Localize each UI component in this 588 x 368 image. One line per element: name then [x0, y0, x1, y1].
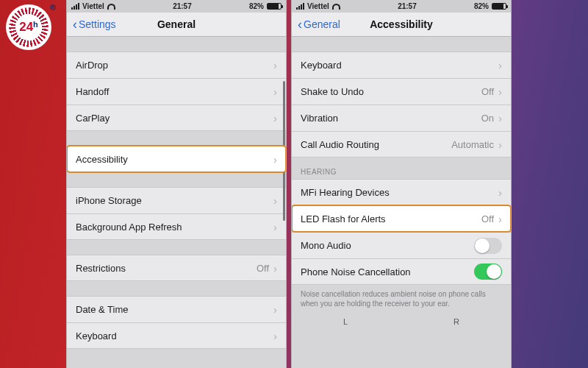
chevron-right-icon: › — [273, 330, 277, 342]
chevron-right-icon: › — [273, 221, 277, 233]
row-label: Vibration — [301, 113, 338, 124]
row-accessibility[interactable]: Accessibility› — [67, 146, 286, 172]
brand-logo: 24h — [6, 4, 51, 50]
battery-pct: 82% — [474, 2, 489, 10]
chevron-right-icon: › — [498, 85, 502, 98]
back-label: General — [304, 18, 340, 30]
toggle-mono-audio[interactable] — [474, 238, 502, 254]
chevron-right-icon: › — [498, 112, 502, 124]
toggle-noise-cancel[interactable] — [474, 263, 502, 280]
chevron-right-icon: › — [498, 213, 502, 225]
row-label: Accessibility — [76, 154, 128, 165]
row-label: Phone Noise Cancellation — [301, 266, 411, 277]
section-header-hearing: HEARING — [292, 158, 511, 179]
clock: 21:57 — [173, 2, 192, 10]
balance-left-label: L — [343, 317, 348, 326]
row-value: Off — [257, 263, 273, 274]
row-vibration[interactable]: VibrationOn› — [292, 105, 511, 131]
row-noise-cancel[interactable]: Phone Noise Cancellation — [292, 258, 511, 285]
settings-list: AirDrop› Handoff› CarPlay› Accessibility… — [67, 37, 286, 368]
row-mfi-hearing[interactable]: MFi Hearing Devices› — [292, 179, 511, 205]
balance-right-label: R — [453, 317, 459, 326]
row-value: Off — [481, 86, 498, 97]
row-led-flash[interactable]: LED Flash for AlertsOff› — [292, 205, 511, 232]
nav-bar: ‹ Settings General — [67, 13, 286, 37]
row-restrictions[interactable]: RestrictionsOff› — [67, 255, 286, 281]
signal-icon — [71, 3, 79, 10]
wifi-icon — [107, 4, 115, 10]
carrier-label: Viettel — [82, 2, 104, 10]
chevron-right-icon: › — [273, 112, 277, 124]
row-value: Automatic — [451, 139, 498, 150]
row-iphone-storage[interactable]: iPhone Storage› — [67, 187, 286, 213]
row-label: Shake to Undo — [301, 86, 364, 97]
chevron-right-icon: › — [273, 262, 277, 275]
row-keyboard[interactable]: Keyboard› — [292, 52, 511, 78]
chevron-right-icon: › — [273, 153, 277, 166]
row-bg-refresh[interactable]: Background App Refresh› — [67, 213, 286, 240]
phone-accessibility: Viettel 21:57 82% ‹ General Accessibilit… — [291, 0, 512, 368]
status-bar: Viettel 21:57 82% — [67, 0, 286, 13]
row-value: On — [481, 113, 498, 124]
row-label: iPhone Storage — [76, 195, 142, 206]
screenshots-stage: Viettel 21:57 82% ‹ Settings General Air… — [66, 0, 514, 368]
chevron-right-icon: › — [498, 138, 502, 151]
row-label: LED Flash for Alerts — [301, 213, 386, 224]
row-mono-audio[interactable]: Mono Audio — [292, 232, 511, 258]
row-label: Handoff — [76, 86, 109, 97]
row-carplay[interactable]: CarPlay› — [67, 105, 286, 131]
row-call-audio-routing[interactable]: Call Audio RoutingAutomatic› — [292, 131, 511, 158]
carrier-label: Viettel — [307, 2, 329, 10]
row-handoff[interactable]: Handoff› — [67, 78, 286, 105]
row-keyboard[interactable]: Keyboard› — [67, 322, 286, 349]
signal-icon — [296, 3, 304, 10]
row-label: Background App Refresh — [76, 222, 182, 233]
status-bar: Viettel 21:57 82% — [292, 0, 511, 13]
chevron-right-icon: › — [273, 303, 277, 316]
back-button[interactable]: ‹ Settings — [73, 18, 116, 30]
row-label: AirDrop — [76, 60, 108, 71]
back-label: Settings — [79, 18, 116, 30]
phone-general: Viettel 21:57 82% ‹ Settings General Air… — [66, 0, 287, 368]
nav-bar: ‹ General Accessibility — [292, 13, 511, 37]
row-shake-to-undo[interactable]: Shake to UndoOff› — [292, 78, 511, 105]
battery-icon — [492, 3, 506, 10]
row-date-time[interactable]: Date & Time› — [67, 296, 286, 322]
row-value: Off — [481, 213, 498, 224]
row-label: Keyboard — [76, 330, 117, 342]
balance-labels: L R — [292, 314, 511, 326]
clock: 21:57 — [398, 2, 417, 10]
chevron-right-icon: › — [498, 59, 502, 71]
battery-icon — [267, 3, 282, 10]
noise-cancel-footer: Noise cancellation reduces ambient noise… — [292, 285, 511, 314]
brand-registered: ® — [50, 3, 56, 12]
back-button[interactable]: ‹ General — [298, 18, 340, 30]
row-label: Date & Time — [76, 304, 129, 315]
settings-list: Keyboard› Shake to UndoOff› VibrationOn›… — [292, 37, 511, 368]
chevron-right-icon: › — [273, 194, 277, 207]
chevron-right-icon: › — [273, 85, 277, 98]
row-label: CarPlay — [76, 113, 110, 124]
wifi-icon — [332, 4, 340, 10]
battery-pct: 82% — [249, 2, 264, 10]
row-airdrop[interactable]: AirDrop› — [67, 52, 286, 78]
chevron-right-icon: › — [273, 59, 277, 71]
row-label: Restrictions — [76, 263, 126, 274]
row-label: Mono Audio — [301, 240, 351, 251]
row-label: Call Audio Routing — [301, 139, 379, 150]
row-label: MFi Hearing Devices — [301, 187, 390, 198]
chevron-right-icon: › — [498, 186, 502, 199]
row-label: Keyboard — [301, 60, 342, 71]
